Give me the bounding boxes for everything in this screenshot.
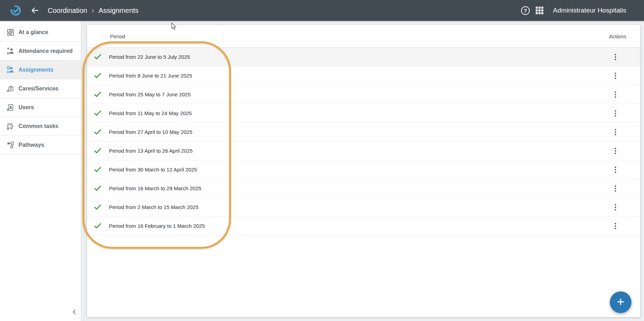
check-icon (93, 184, 102, 193)
sidebar-item-label: Pathways (18, 142, 44, 148)
period-row[interactable]: Period from 22 June to 5 July 2025 (87, 48, 640, 66)
sidebar-item-label: Assignments (18, 67, 53, 73)
check-icon (93, 71, 102, 80)
sidebar-item-label: Users (18, 104, 34, 111)
check-icon (93, 165, 102, 174)
period-row[interactable]: Period from 27 April to 10 May 2025 (87, 123, 640, 142)
row-actions-menu-icon[interactable] (611, 166, 620, 174)
dashboard-icon (6, 28, 15, 37)
sidebar-item-at-a-glance[interactable]: At a glance (0, 23, 81, 42)
period-row[interactable]: Period from 13 April to 26 April 2025 (87, 142, 640, 160)
sidebar-item-pathways[interactable]: Pathways (0, 136, 81, 154)
plus-icon (616, 297, 626, 308)
breadcrumb-separator-icon: › (92, 6, 94, 14)
breadcrumb-coordination[interactable]: Coordination (48, 7, 87, 15)
period-row[interactable]: Period from 25 May to 7 June 2025 (87, 85, 640, 104)
check-icon (93, 90, 102, 99)
row-actions-menu-icon[interactable] (611, 109, 620, 118)
cares-icon (6, 85, 15, 93)
periods-table-card: Period Actions Period from 22 June to 5 … (87, 25, 640, 317)
common-tasks-icon (6, 122, 15, 130)
sidebar-item-assignments[interactable]: Assignments (0, 61, 81, 79)
row-actions-menu-icon[interactable] (611, 222, 620, 230)
breadcrumb-assignments: Assignments (99, 7, 139, 15)
breadcrumb: Coordination › Assignments (48, 7, 139, 15)
period-label: Period from 16 March to 29 March 2025 (109, 185, 201, 191)
row-actions-menu-icon[interactable] (611, 203, 620, 211)
topbar-right-group: ? Administrateur Hospitalis (521, 6, 626, 15)
period-label: Period from 13 April to 26 April 2025 (109, 148, 193, 154)
sidebar-item-cares-services[interactable]: Cares/Services (0, 79, 81, 98)
check-icon (93, 146, 102, 155)
period-row[interactable]: Period from 30 March to 12 April 2025 (87, 160, 640, 179)
column-header-actions: Actions (609, 33, 626, 39)
period-row[interactable]: Period from 8 June to 21 June 2025 (87, 66, 640, 85)
sidebar-item-common-tasks[interactable]: Common tasks (0, 117, 81, 136)
row-actions-menu-icon[interactable] (611, 53, 620, 61)
attendance-icon (6, 47, 15, 55)
period-label: Period from 8 June to 21 June 2025 (109, 73, 192, 79)
check-icon (93, 222, 102, 230)
column-header-period: Period (110, 33, 125, 39)
sidebar: At a glance Attendance required Assignme… (0, 21, 81, 321)
app-logo-icon (9, 4, 22, 17)
top-bar: Coordination › Assignments ? Administrat… (0, 0, 644, 21)
sidebar-item-label: At a glance (18, 29, 48, 35)
period-label: Period from 2 March to 15 March 2025 (109, 204, 199, 210)
users-icon (6, 103, 15, 112)
check-icon (93, 53, 102, 61)
period-row[interactable]: Period from 16 February to 1 March 2025 (87, 217, 640, 235)
sidebar-item-label: Cares/Services (18, 86, 59, 92)
period-row[interactable]: Period from 16 March to 29 March 2025 (87, 179, 640, 198)
period-label: Period from 16 February to 1 March 2025 (109, 223, 205, 229)
assignments-icon (6, 66, 15, 74)
user-menu[interactable]: Administrateur Hospitalis (553, 7, 626, 14)
check-icon (93, 109, 102, 118)
period-label: Period from 22 June to 5 July 2025 (109, 54, 190, 60)
pathways-icon (6, 141, 15, 149)
sidebar-item-label: Common tasks (18, 123, 59, 129)
add-period-button[interactable] (610, 291, 631, 313)
row-actions-menu-icon[interactable] (611, 147, 620, 155)
sidebar-item-label: Attendance required (18, 48, 73, 54)
check-icon (93, 128, 102, 136)
table-header-row: Period Actions (87, 25, 640, 48)
period-row[interactable]: Period from 2 March to 15 March 2025 (87, 198, 640, 217)
check-icon (93, 203, 102, 211)
apps-grid-icon[interactable] (536, 7, 543, 14)
table-body: Period from 22 June to 5 July 2025 Perio… (87, 48, 640, 235)
sidebar-collapse-icon[interactable] (70, 308, 78, 316)
row-actions-menu-icon[interactable] (611, 90, 620, 99)
period-row[interactable]: Period from 11 May to 24 May 2025 (87, 104, 640, 123)
sidebar-nav: At a glance Attendance required Assignme… (0, 23, 81, 154)
row-actions-menu-icon[interactable] (611, 184, 620, 193)
period-label: Period from 11 May to 24 May 2025 (109, 110, 192, 116)
period-label: Period from 27 April to 10 May 2025 (109, 129, 192, 135)
help-icon[interactable]: ? (521, 6, 530, 15)
sidebar-item-users[interactable]: Users (0, 98, 81, 117)
row-actions-menu-icon[interactable] (611, 128, 620, 136)
row-actions-menu-icon[interactable] (611, 72, 620, 80)
sidebar-item-attendance-required[interactable]: Attendance required (0, 42, 81, 61)
period-label: Period from 30 March to 12 April 2025 (109, 167, 197, 172)
period-label: Period from 25 May to 7 June 2025 (109, 91, 191, 97)
back-arrow-icon[interactable] (30, 6, 40, 15)
